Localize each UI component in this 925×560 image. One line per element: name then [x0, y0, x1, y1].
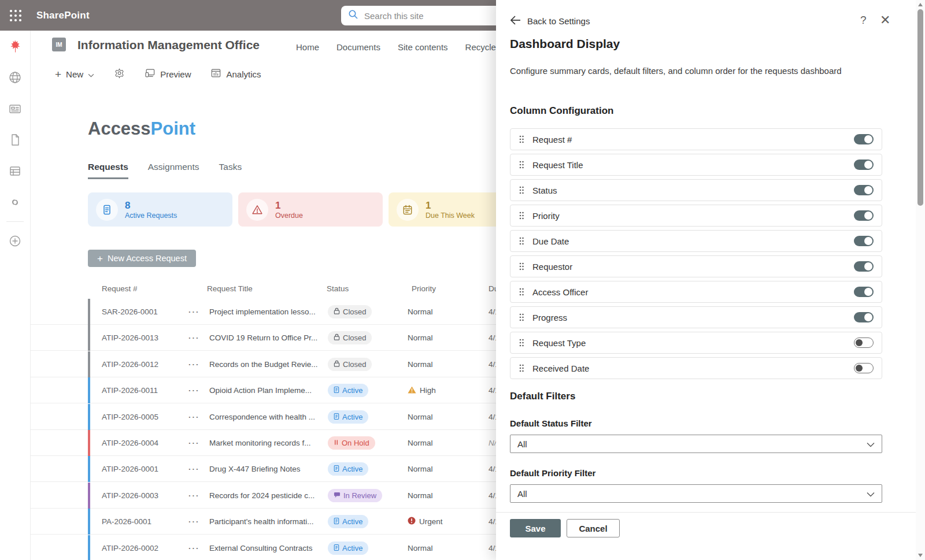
request-title[interactable]: Records for 2024 pesticide c...: [209, 483, 314, 509]
toolbar-new-button[interactable]: +New: [55, 69, 94, 80]
row-actions-menu[interactable]: ···: [188, 483, 200, 509]
drag-handle-icon[interactable]: [519, 160, 524, 169]
drag-handle-icon[interactable]: [519, 338, 524, 347]
row-actions-menu[interactable]: ···: [188, 377, 200, 403]
urgent-priority-icon: [408, 517, 416, 526]
scrollbar-up-arrow-icon[interactable]: [918, 3, 923, 6]
drag-handle-icon[interactable]: [519, 135, 524, 144]
dashboard-display-panel: Back to Settings ? ✕ Dashboard Display C…: [496, 0, 916, 560]
request-title[interactable]: Market monitoring records f...: [209, 430, 311, 456]
link-icon[interactable]: [0, 187, 31, 218]
column-toggle[interactable]: [854, 338, 874, 348]
scrollbar-thumb[interactable]: [917, 9, 923, 206]
page-title: AccessPoint: [88, 118, 195, 139]
table-icon[interactable]: [0, 155, 31, 187]
request-id: ATIP-2026-0004: [102, 430, 158, 456]
lock-icon: [334, 307, 340, 316]
row-actions-menu[interactable]: ···: [188, 509, 200, 535]
column-config-label: Request Title: [532, 160, 854, 170]
add-circle-icon[interactable]: [0, 225, 31, 257]
column-toggle[interactable]: [854, 134, 874, 144]
row-actions-menu[interactable]: ···: [188, 404, 200, 430]
request-title[interactable]: Records on the Budget Revie...: [209, 351, 318, 377]
drag-handle-icon[interactable]: [519, 211, 524, 220]
preview-icon: [145, 68, 156, 80]
search-input[interactable]: [364, 11, 480, 21]
request-title[interactable]: External Consulting Contracts: [209, 535, 313, 560]
site-logo-avatar[interactable]: IM: [52, 38, 66, 51]
row-actions-menu[interactable]: ···: [188, 351, 200, 377]
priority-cell: Normal: [408, 325, 433, 351]
column-toggle[interactable]: [854, 185, 874, 195]
status-badge: Closed: [328, 331, 372, 344]
priority-cell: Normal: [408, 483, 433, 509]
column-header-request-title[interactable]: Request Title: [207, 284, 253, 293]
row-color-bar: [88, 377, 90, 403]
default-status-filter-select[interactable]: All: [510, 435, 882, 453]
help-icon[interactable]: ?: [860, 14, 867, 27]
request-title[interactable]: Participant's health informati...: [209, 509, 313, 535]
column-configuration-heading: Column Configuration: [510, 105, 613, 117]
request-title[interactable]: Opioid Action Plan Impleme...: [209, 377, 312, 403]
drag-handle-icon[interactable]: [519, 186, 524, 195]
save-button[interactable]: Save: [510, 519, 561, 537]
column-toggle[interactable]: [854, 287, 874, 297]
site-title[interactable]: Information Management Office: [77, 38, 260, 52]
tab-tasks[interactable]: Tasks: [219, 162, 242, 179]
request-title[interactable]: Drug X-447 Briefing Notes: [209, 456, 301, 482]
cancel-button[interactable]: Cancel: [567, 519, 620, 537]
request-id: ATIP-2026-0012: [102, 351, 158, 377]
row-actions-menu[interactable]: ···: [188, 535, 200, 560]
summary-card-active-requests[interactable]: 8 Active Requests: [88, 192, 232, 227]
tab-requests[interactable]: Requests: [88, 162, 128, 179]
drag-handle-icon[interactable]: [519, 262, 524, 271]
app-launcher-waffle-icon[interactable]: [0, 0, 31, 31]
toolbar-analytics-button[interactable]: Analytics: [210, 68, 261, 80]
request-title[interactable]: Correspondence with health ...: [209, 404, 315, 430]
toolbar-page-details-button[interactable]: Page details: [114, 68, 125, 80]
drag-handle-icon[interactable]: [519, 287, 524, 296]
column-header-status[interactable]: Status: [327, 284, 349, 293]
maple-leaf-icon[interactable]: [0, 31, 31, 62]
row-actions-menu[interactable]: ···: [188, 299, 200, 325]
status-cell: Closed: [328, 299, 372, 325]
site-nav-documents[interactable]: Documents: [336, 42, 380, 52]
column-toggle[interactable]: [854, 312, 874, 322]
back-to-settings-button[interactable]: Back to Settings: [510, 15, 590, 27]
drag-handle-icon[interactable]: [519, 236, 524, 246]
tab-assignments[interactable]: Assignments: [148, 162, 199, 179]
column-toggle[interactable]: [854, 261, 874, 272]
site-nav-home[interactable]: Home: [296, 42, 319, 52]
scrollbar-down-arrow-icon[interactable]: [918, 554, 923, 557]
globe-icon[interactable]: [0, 62, 31, 93]
row-actions-menu[interactable]: ···: [188, 325, 200, 351]
site-search-box[interactable]: [341, 6, 503, 25]
row-actions-menu[interactable]: ···: [188, 456, 200, 482]
site-nav-site-contents[interactable]: Site contents: [398, 42, 448, 52]
document-icon[interactable]: [0, 124, 31, 155]
new-access-request-button[interactable]: + New Access Request: [88, 250, 196, 267]
column-header-priority[interactable]: Priority: [412, 284, 436, 293]
column-header-request-number[interactable]: Request #: [102, 284, 138, 293]
request-id: ATIP-2026-0002: [102, 535, 158, 560]
column-toggle[interactable]: [854, 363, 874, 373]
close-icon[interactable]: ✕: [880, 13, 890, 28]
priority-cell: Normal: [408, 404, 433, 430]
drag-handle-icon[interactable]: [519, 313, 524, 322]
row-color-bar: [88, 351, 90, 377]
row-actions-menu[interactable]: ···: [188, 430, 200, 456]
default-priority-filter-select[interactable]: All: [510, 484, 882, 503]
column-toggle[interactable]: [854, 210, 874, 221]
row-color-bar: [88, 509, 90, 535]
request-title[interactable]: Project implementation lesso...: [209, 299, 316, 325]
request-title[interactable]: COVID 19 Return to Office Pr...: [209, 325, 317, 351]
column-toggle[interactable]: [854, 160, 874, 170]
toolbar-preview-button[interactable]: Preview: [145, 68, 191, 80]
summary-card-overdue[interactable]: 1 Overdue: [238, 192, 383, 227]
column-config-item-requestor: Requestor: [510, 255, 882, 277]
column-toggle[interactable]: [854, 236, 874, 246]
panel-title: Dashboard Display: [510, 37, 620, 51]
drag-handle-icon[interactable]: [519, 364, 524, 373]
news-card-icon[interactable]: [0, 93, 31, 124]
window-scrollbar[interactable]: [916, 0, 925, 560]
